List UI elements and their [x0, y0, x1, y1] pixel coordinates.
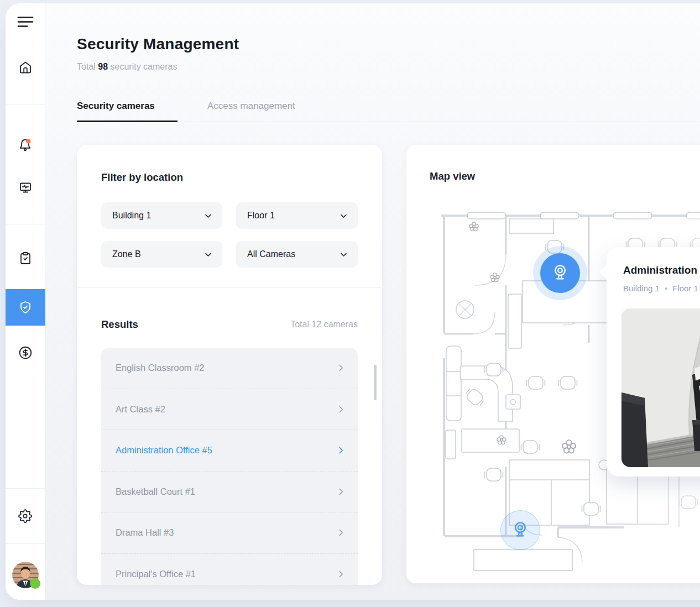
cameras-dropdown[interactable]: All Cameras [236, 241, 358, 268]
list-item-label: Principal's Office #1 [116, 569, 196, 579]
results-title: Results [101, 318, 138, 331]
results-total: Total 12 cameras [290, 320, 358, 329]
dollar-icon[interactable] [14, 342, 36, 364]
sidebar-divider [6, 104, 45, 104]
panel-divider [77, 287, 382, 288]
popup-location: Building 1•Floor 1 [623, 284, 698, 293]
list-item-label: English Classroom #2 [116, 363, 205, 373]
popup-floor: Floor 1 [672, 284, 698, 293]
sidebar [6, 3, 45, 600]
building-dropdown-value: Building 1 [112, 211, 151, 221]
list-item-administration-office[interactable]: Administration Office #5 [101, 430, 358, 472]
floor-dropdown[interactable]: Floor 1 [236, 202, 358, 229]
chevron-right-icon [336, 487, 346, 496]
sidebar-divider [6, 543, 45, 544]
sidebar-divider [6, 488, 45, 489]
webcam-icon [551, 264, 570, 282]
chevron-down-icon [204, 250, 212, 259]
map-panel: Map view [406, 145, 700, 583]
chevron-right-icon [336, 405, 346, 414]
list-item-label: Administration Office #5 [116, 445, 212, 456]
page-subtitle: Total 98 security cameras [77, 62, 177, 72]
total-count: 98 [98, 62, 108, 71]
app-window: Security Management Total 98 security ca… [6, 3, 700, 600]
page-title: Security Management [77, 35, 239, 53]
camera-feed-thumbnail [621, 308, 700, 467]
popup-separator: • [665, 284, 667, 293]
list-item-label: Drama Hall #3 [116, 527, 174, 538]
tab-security-cameras[interactable]: Security cameras [77, 101, 177, 122]
popup-building: Building 1 [623, 284, 660, 293]
avatar[interactable] [12, 562, 39, 588]
chevron-right-icon [336, 528, 346, 537]
bell-icon[interactable] [14, 134, 36, 156]
sidebar-divider [6, 224, 45, 224]
menu-icon[interactable] [14, 11, 36, 33]
filter-title: Filter by location [101, 171, 183, 184]
shield-check-icon [19, 301, 32, 314]
chevron-right-icon [336, 569, 346, 579]
clipboard-check-icon[interactable] [14, 247, 36, 269]
chevron-right-icon [336, 363, 346, 373]
chevron-right-icon [336, 446, 346, 455]
camera-popup: Administration Office #5 Building 1•Floo… [607, 247, 700, 477]
chevron-down-icon [339, 212, 348, 220]
popup-title: Administration Office #5 [623, 264, 700, 276]
floor-dropdown-value: Floor 1 [247, 211, 275, 221]
webcam-icon [511, 521, 530, 540]
list-item-art-class[interactable]: Art Class #2 [101, 389, 358, 431]
notification-dot [26, 139, 30, 143]
list-item-label: Art Class #2 [116, 404, 165, 415]
list-item-english-classroom[interactable]: English Classroom #2 [101, 348, 358, 389]
cameras-dropdown-value: All Cameras [247, 249, 295, 259]
list-item-label: Basketball Court #1 [116, 486, 195, 497]
chevron-down-icon [339, 250, 348, 259]
main-content: Security Management Total 98 security ca… [45, 3, 700, 600]
home-icon[interactable] [14, 56, 36, 79]
list-item-principals-office[interactable]: Principal's Office #1 [101, 554, 358, 585]
camera-marker-administration-office[interactable] [540, 253, 580, 293]
total-prefix: Total [77, 62, 96, 71]
total-suffix: security cameras [111, 62, 177, 71]
results-list: English Classroom #2 Art Class #2 Admini… [101, 348, 358, 585]
online-status-dot [30, 578, 40, 589]
zone-dropdown[interactable]: Zone B [101, 241, 222, 268]
results-scrollbar[interactable] [374, 365, 377, 400]
tab-bar: Security cameras Access management [77, 101, 295, 122]
sidebar-item-security-active[interactable] [6, 289, 45, 326]
list-item-basketball-court[interactable]: Basketball Court #1 [101, 472, 358, 513]
tab-access-management[interactable]: Access management [207, 101, 295, 122]
zone-dropdown-value: Zone B [112, 249, 141, 259]
camera-marker-secondary[interactable] [500, 510, 540, 550]
monitor-activity-icon[interactable] [14, 176, 36, 198]
chevron-down-icon [204, 212, 212, 220]
filter-panel: Filter by location Building 1 Floor 1 Zo… [77, 145, 382, 585]
map-title: Map view [430, 170, 475, 182]
building-dropdown[interactable]: Building 1 [101, 202, 222, 229]
list-item-drama-hall[interactable]: Drama Hall #3 [101, 512, 358, 554]
gear-icon[interactable] [14, 505, 36, 527]
